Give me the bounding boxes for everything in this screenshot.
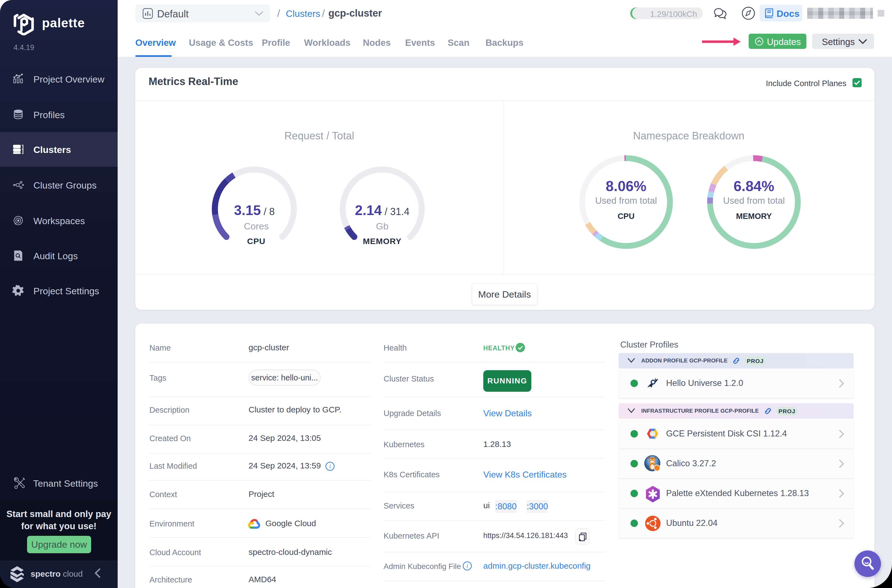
svg-text:i: i bbox=[329, 463, 331, 469]
svg-text:i: i bbox=[466, 563, 468, 569]
